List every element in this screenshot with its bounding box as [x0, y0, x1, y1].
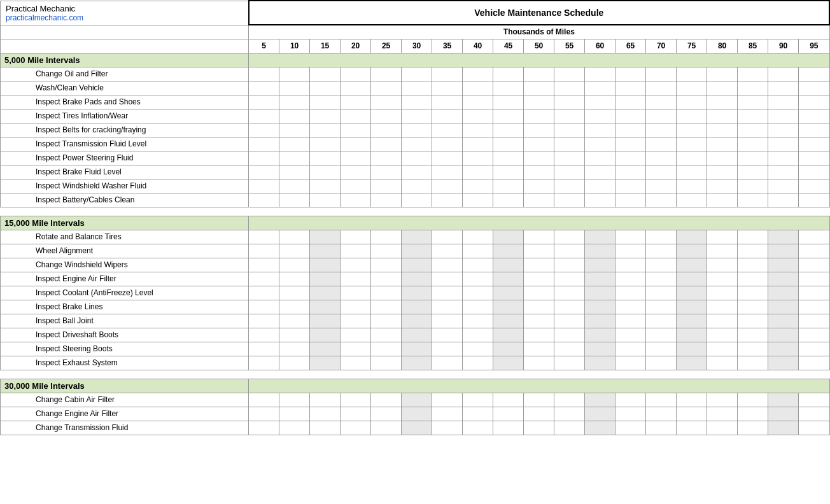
- task-row: Wash/Clean Vehicle: [1, 81, 830, 95]
- task-row: Inspect Brake Lines: [1, 300, 830, 314]
- task-row: Rotate and Balance Tires: [1, 230, 830, 244]
- section-5k-label: 5,000 Mile Intervals: [1, 53, 249, 67]
- task-row: Inspect Ball Joint: [1, 314, 830, 328]
- mile-95: 95: [799, 39, 829, 53]
- task-label: Inspect Power Steering Fluid: [1, 151, 249, 165]
- mile-35: 35: [432, 39, 463, 53]
- mile-25: 25: [371, 39, 402, 53]
- task-label: Inspect Tires Inflation/Wear: [1, 109, 249, 123]
- task-label: Rotate and Balance Tires: [1, 230, 249, 244]
- spacer-1: [1, 207, 830, 216]
- empty-cell-2: [1, 39, 249, 53]
- task-label: Inspect Brake Fluid Level: [1, 165, 249, 179]
- task-row: Inspect Transmission Fluid Level: [1, 137, 830, 151]
- task-row: Wheel Alignment: [1, 244, 830, 258]
- mile-15: 15: [310, 39, 341, 53]
- task-label: Inspect Windshield Washer Fluid: [1, 179, 249, 193]
- mile-85: 85: [738, 39, 768, 53]
- task-row: Inspect Tires Inflation/Wear: [1, 109, 830, 123]
- task-row: Inspect Coolant (AntiFreeze) Level: [1, 286, 830, 300]
- task-label: Inspect Driveshaft Boots: [1, 328, 249, 342]
- task-label: Inspect Brake Pads and Shoes: [1, 95, 249, 109]
- section-30k-label: 30,000 Mile Intervals: [1, 379, 249, 393]
- task-label: Change Engine Air Filter: [1, 407, 249, 421]
- mile-90: 90: [768, 39, 799, 53]
- mile-60: 60: [585, 39, 615, 53]
- task-label: Wash/Clean Vehicle: [1, 81, 249, 95]
- task-row: Inspect Brake Pads and Shoes: [1, 95, 830, 109]
- task-label: Inspect Battery/Cables Clean: [1, 193, 249, 207]
- task-label: Change Oil and Filter: [1, 67, 249, 81]
- task-label: Change Cabin Air Filter: [1, 393, 249, 407]
- task-label: Inspect Transmission Fluid Level: [1, 137, 249, 151]
- task-row: Inspect Brake Fluid Level: [1, 165, 830, 179]
- spacer-2: [1, 370, 830, 379]
- mile-45: 45: [493, 39, 524, 53]
- section-header-15k: 15,000 Mile Intervals: [1, 216, 830, 230]
- title-cell: Vehicle Maintenance Schedule: [249, 1, 829, 25]
- company-name: Practical Mechanic: [6, 4, 243, 13]
- mile-65: 65: [615, 39, 646, 53]
- task-row: Change Transmission Fluid: [1, 421, 830, 435]
- task-label: Inspect Steering Boots: [1, 342, 249, 356]
- task-row: Inspect Battery/Cables Clean: [1, 193, 830, 207]
- section-header-30k: 30,000 Mile Intervals: [1, 379, 830, 393]
- section-header-5k: 5,000 Mile Intervals: [1, 53, 830, 67]
- mile-30: 30: [402, 39, 432, 53]
- mile-5: 5: [249, 39, 279, 53]
- task-row: Inspect Windshield Washer Fluid: [1, 179, 830, 193]
- task-row: Change Oil and Filter: [1, 67, 830, 81]
- main-schedule-table: Practical Mechanic practicalmechanic.com…: [0, 0, 830, 435]
- task-row: Inspect Steering Boots: [1, 342, 830, 356]
- mile-40: 40: [463, 39, 493, 53]
- empty-cell-1: [1, 25, 249, 39]
- task-label: Inspect Engine Air Filter: [1, 272, 249, 286]
- task-row: Change Cabin Air Filter: [1, 393, 830, 407]
- task-label: Inspect Belts for cracking/fraying: [1, 123, 249, 137]
- mile-20: 20: [341, 39, 371, 53]
- task-row: Inspect Driveshaft Boots: [1, 328, 830, 342]
- section-15k-label: 15,000 Mile Intervals: [1, 216, 249, 230]
- task-label: Inspect Coolant (AntiFreeze) Level: [1, 286, 249, 300]
- mile-50: 50: [524, 39, 554, 53]
- mile-75: 75: [677, 39, 707, 53]
- thousands-label: Thousands of Miles: [249, 25, 829, 39]
- thousands-header-row: Thousands of Miles: [1, 25, 830, 39]
- mile-80: 80: [707, 39, 738, 53]
- mile-10: 10: [279, 39, 310, 53]
- company-url: practicalmechanic.com: [6, 13, 243, 22]
- task-row: Inspect Belts for cracking/fraying: [1, 123, 830, 137]
- task-label: Change Transmission Fluid: [1, 421, 249, 435]
- task-label: Inspect Exhaust System: [1, 356, 249, 370]
- header-row: Practical Mechanic practicalmechanic.com…: [1, 1, 830, 25]
- mile-numbers-row: 5 10 15 20 25 30 35 40 45 50 55 60 65 70…: [1, 39, 830, 53]
- task-label: Inspect Brake Lines: [1, 300, 249, 314]
- task-row: Inspect Exhaust System: [1, 356, 830, 370]
- mile-55: 55: [554, 39, 585, 53]
- schedule-title: Vehicle Maintenance Schedule: [474, 8, 603, 18]
- task-row: Inspect Engine Air Filter: [1, 272, 830, 286]
- company-cell: Practical Mechanic practicalmechanic.com: [1, 1, 249, 25]
- task-row: Inspect Power Steering Fluid: [1, 151, 830, 165]
- task-label: Change Windshield Wipers: [1, 258, 249, 272]
- task-row: Change Engine Air Filter: [1, 407, 830, 421]
- task-label: Wheel Alignment: [1, 244, 249, 258]
- task-label: Inspect Ball Joint: [1, 314, 249, 328]
- mile-70: 70: [646, 39, 677, 53]
- task-row: Change Windshield Wipers: [1, 258, 830, 272]
